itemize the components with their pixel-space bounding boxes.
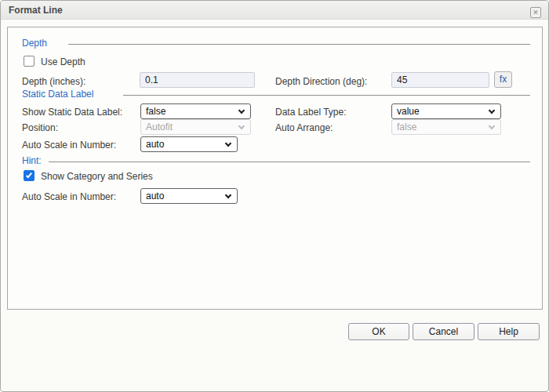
format-line-dialog: Format Line ✕ Depth Use Depth Depth (inc… <box>0 0 549 392</box>
static-data-label-section-header: Static Data Label <box>22 89 93 100</box>
show-category-series-label: Show Category and Series <box>41 171 153 182</box>
chevron-down-icon <box>238 107 245 114</box>
depth-inches-label: Depth (inches): <box>22 76 85 87</box>
depth-direction-input[interactable] <box>391 72 489 88</box>
position-value: Autofit <box>146 122 173 132</box>
fx-formula-button[interactable]: fx <box>494 71 512 88</box>
chevron-down-icon <box>238 123 245 129</box>
dialog-content-panel: Depth Use Depth Depth (inches): Depth Di… <box>7 27 543 310</box>
show-static-data-label-value: false <box>146 106 165 117</box>
depth-section-header: Depth <box>22 38 47 49</box>
use-depth-checkbox[interactable] <box>24 56 35 67</box>
auto-scale-static-value: auto <box>146 139 164 150</box>
use-depth-label: Use Depth <box>41 56 85 67</box>
show-static-data-label-label: Show Static Data Label: <box>22 107 122 118</box>
auto-scale-hint-label: Auto Scale in Number: <box>22 191 116 202</box>
auto-scale-static-label: Auto Scale in Number: <box>22 140 116 151</box>
data-label-type-label: Data Label Type: <box>275 107 347 118</box>
help-button[interactable]: Help <box>478 323 540 340</box>
depth-direction-label: Depth Direction (deg): <box>275 76 367 87</box>
data-label-type-value: value <box>397 106 420 117</box>
check-icon <box>26 172 32 179</box>
chevron-down-icon <box>225 140 231 147</box>
position-label: Position: <box>22 122 58 133</box>
ok-button[interactable]: OK <box>348 323 409 340</box>
hint-section-divider <box>49 162 530 162</box>
dialog-title: Format Line <box>9 5 63 16</box>
depth-inches-input[interactable] <box>140 72 255 88</box>
auto-arrange-label: Auto Arrange: <box>275 122 333 133</box>
show-category-series-checkbox[interactable] <box>24 170 35 181</box>
auto-scale-hint-value: auto <box>146 191 164 201</box>
chevron-down-icon <box>489 107 495 114</box>
chevron-down-icon <box>489 123 495 129</box>
auto-arrange-select: false <box>391 119 501 135</box>
auto-scale-hint-select[interactable]: auto <box>140 188 238 204</box>
show-static-data-label-select[interactable]: false <box>140 103 251 119</box>
auto-arrange-value: false <box>397 122 416 132</box>
static-data-label-section-divider <box>123 95 530 96</box>
chevron-down-icon <box>225 192 231 198</box>
data-label-type-select[interactable]: value <box>391 103 501 119</box>
position-select: Autofit <box>140 119 251 135</box>
depth-section-divider <box>68 44 530 45</box>
auto-scale-static-select[interactable]: auto <box>140 136 238 152</box>
dialog-titlebar[interactable]: Format Line ✕ <box>1 1 548 20</box>
close-icon[interactable]: ✕ <box>530 7 541 18</box>
cancel-button[interactable]: Cancel <box>413 323 474 340</box>
hint-section-header: Hint: <box>22 155 42 166</box>
